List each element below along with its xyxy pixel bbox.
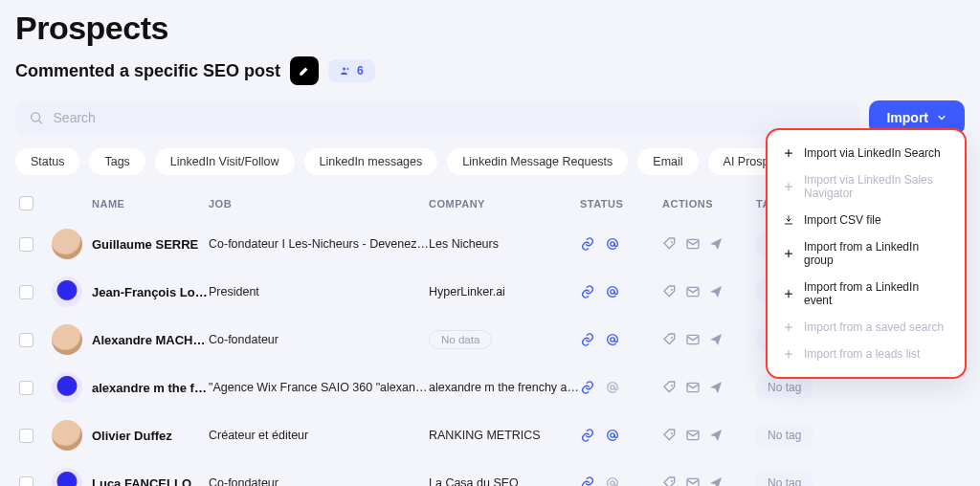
plus-icon bbox=[783, 348, 794, 360]
plus-icon bbox=[783, 181, 794, 192]
avatar bbox=[52, 372, 82, 403]
tag-action-icon[interactable] bbox=[662, 332, 678, 347]
tag-action-icon[interactable] bbox=[662, 380, 678, 395]
list-name: Commented a specific SEO post bbox=[15, 61, 280, 81]
row-checkbox[interactable] bbox=[19, 476, 33, 487]
at-icon[interactable] bbox=[605, 332, 620, 347]
prospect-company: No data bbox=[429, 330, 580, 349]
filter-pill[interactable]: LinkedIn Visit/Follow bbox=[155, 148, 295, 175]
prospect-job: President bbox=[209, 285, 429, 298]
at-icon[interactable] bbox=[605, 380, 620, 395]
link-icon[interactable] bbox=[580, 475, 595, 486]
import-dropdown: Import via LinkedIn SearchImport via Lin… bbox=[766, 128, 967, 379]
search-icon bbox=[29, 110, 44, 125]
page-title: Prospects bbox=[15, 10, 965, 47]
row-checkbox[interactable] bbox=[19, 429, 33, 443]
link-icon[interactable] bbox=[580, 332, 595, 347]
filter-pill[interactable]: Email bbox=[637, 148, 698, 175]
prospect-company: La Casa du SEO bbox=[429, 476, 580, 486]
filter-pill[interactable]: Linkedin Message Requests bbox=[447, 148, 628, 175]
import-option: Import from a leads list bbox=[773, 341, 959, 367]
plus-icon bbox=[783, 288, 794, 299]
send-action-icon[interactable] bbox=[708, 380, 724, 395]
prospect-name[interactable]: alexandre m the fr… bbox=[92, 381, 209, 395]
edit-list-button[interactable] bbox=[290, 56, 319, 85]
prospect-job: "Agence Wix France SAIO 360 "alexandre … bbox=[209, 381, 429, 394]
mail-action-icon[interactable] bbox=[685, 475, 701, 486]
at-icon[interactable] bbox=[605, 428, 620, 443]
prospect-company: RANKING METRICS bbox=[429, 429, 580, 442]
send-action-icon[interactable] bbox=[708, 475, 724, 486]
avatar bbox=[52, 229, 82, 259]
row-checkbox[interactable] bbox=[19, 285, 33, 299]
tag-action-icon[interactable] bbox=[662, 428, 678, 443]
avatar bbox=[52, 468, 82, 486]
mail-action-icon[interactable] bbox=[685, 380, 701, 395]
import-option: Import from a saved search bbox=[773, 314, 959, 341]
at-icon[interactable] bbox=[605, 284, 620, 299]
send-action-icon[interactable] bbox=[708, 284, 724, 299]
prospect-company: Les Nicheurs bbox=[429, 237, 580, 251]
import-option: Import via LinkedIn Sales Navigator bbox=[773, 166, 959, 207]
prospect-job: Co-fondateur I Les-Nicheurs - Devenez la… bbox=[209, 237, 429, 251]
mail-action-icon[interactable] bbox=[685, 428, 701, 443]
import-option[interactable]: Import via LinkedIn Search bbox=[773, 140, 959, 166]
send-action-icon[interactable] bbox=[708, 428, 724, 443]
tag-chip[interactable]: No tag bbox=[756, 424, 813, 447]
users-icon bbox=[340, 65, 351, 77]
avatar bbox=[52, 420, 82, 451]
tag-action-icon[interactable] bbox=[662, 475, 678, 486]
plus-icon bbox=[783, 147, 794, 159]
row-checkbox[interactable] bbox=[19, 237, 33, 252]
row-checkbox[interactable] bbox=[19, 333, 33, 347]
send-action-icon[interactable] bbox=[708, 332, 724, 347]
edit-icon bbox=[298, 64, 311, 77]
search-input[interactable] bbox=[54, 110, 847, 125]
prospect-name[interactable]: Guillaume SERRE bbox=[92, 237, 209, 252]
prospect-name[interactable]: Jean-François Lo… bbox=[92, 285, 209, 299]
link-icon[interactable] bbox=[580, 380, 595, 395]
prospect-name[interactable]: Olivier Duffez bbox=[92, 429, 209, 443]
mail-action-icon[interactable] bbox=[685, 284, 701, 299]
prospect-job: Co-fondateur bbox=[209, 476, 429, 486]
prospect-job: Créateur et éditeur bbox=[209, 429, 429, 442]
prospect-job: Co-fondateur bbox=[209, 333, 429, 346]
send-action-icon[interactable] bbox=[708, 236, 724, 252]
tag-action-icon[interactable] bbox=[662, 236, 678, 252]
plus-icon bbox=[783, 248, 794, 259]
filter-pill[interactable]: Status bbox=[15, 148, 79, 175]
at-icon[interactable] bbox=[605, 475, 620, 486]
import-option[interactable]: Import from a LinkedIn group bbox=[773, 233, 959, 274]
mail-action-icon[interactable] bbox=[685, 332, 701, 347]
row-checkbox[interactable] bbox=[19, 381, 33, 395]
plus-icon bbox=[783, 321, 794, 333]
at-icon[interactable] bbox=[605, 236, 620, 252]
select-all-checkbox[interactable] bbox=[19, 196, 33, 210]
mail-action-icon[interactable] bbox=[685, 236, 701, 252]
avatar bbox=[52, 276, 82, 307]
filter-pill[interactable]: Tags bbox=[89, 148, 145, 175]
link-icon[interactable] bbox=[580, 284, 595, 299]
search-input-container[interactable] bbox=[15, 100, 859, 135]
prospect-company: HyperLinker.ai bbox=[429, 285, 580, 298]
import-option[interactable]: Import CSV file bbox=[773, 207, 959, 233]
filter-pill[interactable]: LinkedIn messages bbox=[304, 148, 438, 175]
chevron-down-icon bbox=[936, 112, 947, 123]
avatar bbox=[52, 324, 82, 355]
prospect-company: alexandre m the frenchy an… bbox=[429, 381, 580, 394]
download-icon bbox=[783, 214, 794, 226]
prospect-count-badge: 6 bbox=[328, 59, 375, 82]
prospect-name[interactable]: Alexandre MACH… bbox=[92, 333, 209, 347]
tag-action-icon[interactable] bbox=[662, 284, 678, 299]
table-row: Olivier DuffezCréateur et éditeurRANKING… bbox=[15, 411, 965, 459]
table-row: Luca FANCELLOCo-fondateurLa Casa du SEON… bbox=[15, 459, 965, 486]
company-no-data: No data bbox=[429, 330, 492, 349]
tag-chip[interactable]: No tag bbox=[756, 376, 813, 399]
link-icon[interactable] bbox=[580, 428, 595, 443]
import-option[interactable]: Import from a LinkedIn event bbox=[773, 274, 959, 314]
tag-chip[interactable]: No tag bbox=[756, 472, 813, 486]
link-icon[interactable] bbox=[580, 236, 595, 252]
prospect-name[interactable]: Luca FANCELLO bbox=[92, 476, 209, 487]
